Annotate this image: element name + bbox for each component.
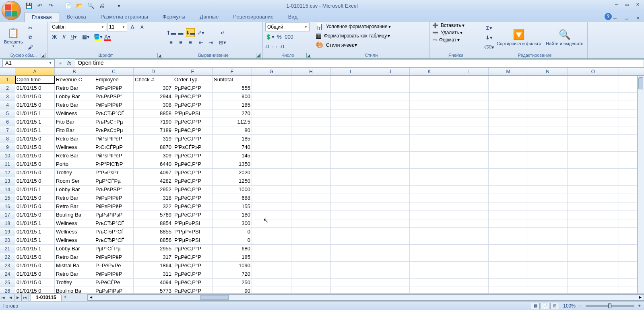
cell[interactable]: PµPëC‚P°P [173,245,213,253]
cell[interactable]: PµPëC‚P°P [173,270,213,278]
cell[interactable] [449,219,489,227]
cell[interactable] [252,93,291,101]
cell[interactable] [449,177,489,185]
cell[interactable]: Revenue C [55,76,94,84]
cell[interactable]: 1250 [213,177,252,185]
cell[interactable]: 01/01/15 0 [15,93,55,101]
cell[interactable] [528,143,568,151]
cell[interactable]: 01/01/15 0 [15,270,55,278]
row-header[interactable]: 15 [0,194,15,202]
cell[interactable]: PµP°CЃPµ [94,245,134,253]
cell[interactable] [449,126,489,134]
currency-icon[interactable]: 💲▾ [265,32,274,41]
cell[interactable] [370,253,410,261]
cell[interactable]: Retro Bar [55,194,94,202]
cell[interactable] [528,118,568,126]
cell[interactable] [489,101,528,109]
cell[interactable] [370,84,410,92]
cell[interactable] [331,287,370,293]
cell[interactable] [568,152,619,160]
cell[interactable] [410,109,449,118]
underline-icon[interactable]: Ч▾ [69,32,78,41]
cell[interactable]: Check # [134,76,173,84]
cell[interactable] [410,126,449,134]
cell[interactable] [410,152,449,160]
italic-icon[interactable]: К [60,32,68,41]
cell[interactable] [410,202,449,211]
cell[interactable] [252,219,291,227]
page-layout-view-icon[interactable]: 📄 [541,303,549,309]
cell[interactable] [528,253,568,261]
cell[interactable] [568,169,619,177]
cell[interactable] [331,76,370,84]
cell[interactable] [370,93,410,101]
row-header[interactable]: 12 [0,169,15,177]
cell[interactable]: Retro Bar [55,152,94,160]
cell[interactable] [568,219,619,227]
cell[interactable] [449,169,489,177]
cell[interactable]: 740 [213,143,252,151]
cell[interactable] [331,253,370,261]
cell[interactable]: Lobby Bar [55,186,94,194]
vertical-scrollbar[interactable] [637,76,644,293]
col-header-F[interactable]: F [213,68,252,75]
cell[interactable] [489,152,528,160]
cell[interactable] [291,236,331,244]
cell[interactable] [410,118,449,126]
cell[interactable] [252,109,291,118]
cell[interactable] [449,101,489,109]
col-header-L[interactable]: L [449,68,489,75]
cell[interactable] [291,143,331,151]
sheet-nav-first-icon[interactable]: ⏮ [0,294,7,301]
cell[interactable] [410,236,449,244]
cell[interactable]: 317 [134,253,173,261]
cell[interactable]: PќPsPIPëP [94,101,134,109]
col-header-G[interactable]: G [252,68,291,75]
format-as-table-button[interactable]: ▦Форматировать как таблицу ▾ [316,32,390,39]
cell[interactable] [528,262,568,270]
cell[interactable] [370,219,410,227]
cell[interactable]: 01/01/15 0 [15,101,55,109]
cell[interactable]: 2944 [134,93,173,101]
cell[interactable] [291,253,331,261]
cell[interactable] [528,245,568,253]
cell[interactable] [489,270,528,278]
cell[interactable] [370,177,410,185]
row-header[interactable]: 25 [0,279,15,287]
orientation-icon[interactable]: ⤢▾ [196,28,205,37]
fill-color-icon[interactable]: 🪣▾ [93,32,102,41]
cell[interactable]: PљPsPSP° [94,93,134,101]
cell[interactable]: Wellness [55,236,94,244]
cell[interactable] [291,270,331,278]
cell[interactable] [489,287,528,293]
number-format-combo[interactable]: Общий▼ [265,23,310,31]
cell[interactable]: Bouling Ba [55,287,94,293]
cell[interactable] [568,93,619,101]
cell[interactable]: Wellness [55,143,94,151]
cell[interactable] [568,76,619,84]
cell[interactable] [291,152,331,160]
vscroll-thumb[interactable] [638,77,643,89]
format-painter-icon[interactable]: 🖌 [26,43,35,52]
cell[interactable]: 555 [213,84,252,92]
cell[interactable] [370,152,410,160]
cell[interactable] [252,169,291,177]
cell[interactable]: 309 [134,152,173,160]
cell[interactable] [568,177,619,185]
cell[interactable] [291,126,331,134]
cell[interactable]: 90 [213,287,252,293]
border-icon[interactable]: ▦▾ [81,32,90,41]
sheet-tab[interactable]: 1-010115 [31,293,62,301]
cell[interactable] [370,279,410,287]
cell[interactable] [331,152,370,160]
tab-вид[interactable]: Вид [281,12,305,22]
tab-рецензирование[interactable]: Рецензирование [226,12,281,22]
clipboard-launcher-icon[interactable]: ◢ [41,53,45,58]
cell[interactable] [252,194,291,202]
cell[interactable] [489,160,528,168]
cell[interactable]: Wellness [55,219,94,227]
cell[interactable] [331,186,370,194]
cell[interactable] [410,84,449,92]
cell[interactable] [370,76,410,84]
tab-вставка[interactable]: Вставка [59,12,93,22]
